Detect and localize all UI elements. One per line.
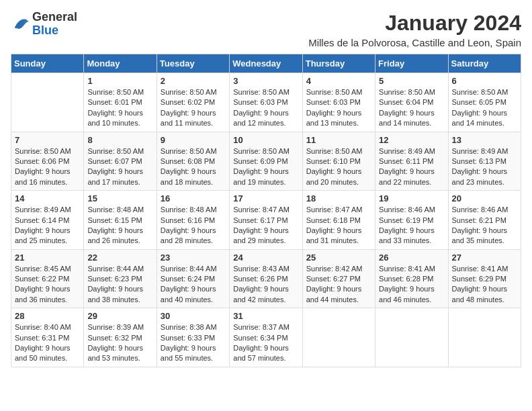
calendar-day-cell: 9Sunrise: 8:50 AMSunset: 6:08 PMDaylight… (157, 132, 229, 191)
calendar-day-cell: 16Sunrise: 8:48 AMSunset: 6:16 PMDayligh… (157, 191, 229, 250)
calendar-day-cell: 7Sunrise: 8:50 AMSunset: 6:06 PMDaylight… (11, 132, 84, 191)
logo-text: General Blue (32, 11, 77, 38)
calendar-day-cell: 13Sunrise: 8:49 AMSunset: 6:13 PMDayligh… (448, 132, 521, 191)
day-number: 8 (87, 135, 152, 145)
day-info: Sunrise: 8:49 AMSunset: 6:14 PMDaylight:… (15, 205, 80, 246)
day-info: Sunrise: 8:46 AMSunset: 6:19 PMDaylight:… (379, 205, 444, 246)
weekday-header-cell: Monday (84, 54, 157, 73)
day-info: Sunrise: 8:46 AMSunset: 6:21 PMDaylight:… (452, 205, 517, 246)
day-number: 12 (379, 135, 444, 145)
calendar-day-cell: 30Sunrise: 8:38 AMSunset: 6:33 PMDayligh… (157, 308, 229, 367)
day-info: Sunrise: 8:49 AMSunset: 6:13 PMDaylight:… (452, 146, 517, 188)
calendar-day-cell (302, 308, 375, 367)
logo-icon (11, 15, 30, 34)
day-number: 20 (452, 193, 517, 203)
day-number: 5 (379, 76, 444, 86)
day-info: Sunrise: 8:40 AMSunset: 6:31 PMDaylight:… (15, 322, 80, 364)
day-number: 14 (15, 193, 80, 203)
calendar-day-cell: 28Sunrise: 8:40 AMSunset: 6:31 PMDayligh… (11, 308, 84, 367)
day-info: Sunrise: 8:37 AMSunset: 6:34 PMDaylight:… (233, 322, 298, 364)
day-info: Sunrise: 8:38 AMSunset: 6:33 PMDaylight:… (161, 322, 226, 364)
day-number: 9 (161, 135, 226, 145)
day-info: Sunrise: 8:50 AMSunset: 6:01 PMDaylight:… (87, 87, 152, 129)
day-info: Sunrise: 8:48 AMSunset: 6:16 PMDaylight:… (161, 205, 226, 246)
day-info: Sunrise: 8:50 AMSunset: 6:10 PMDaylight:… (306, 146, 371, 188)
day-info: Sunrise: 8:49 AMSunset: 6:11 PMDaylight:… (379, 146, 444, 188)
calendar-table: SundayMondayTuesdayWednesdayThursdayFrid… (11, 54, 521, 367)
day-number: 21 (15, 253, 80, 263)
calendar-day-cell: 24Sunrise: 8:43 AMSunset: 6:26 PMDayligh… (230, 249, 302, 308)
weekday-header-cell: Tuesday (157, 54, 229, 73)
day-info: Sunrise: 8:50 AMSunset: 6:08 PMDaylight:… (161, 146, 226, 188)
day-info: Sunrise: 8:41 AMSunset: 6:28 PMDaylight:… (379, 264, 444, 306)
calendar-day-cell: 22Sunrise: 8:44 AMSunset: 6:23 PMDayligh… (84, 249, 157, 308)
day-info: Sunrise: 8:48 AMSunset: 6:15 PMDaylight:… (87, 205, 152, 246)
day-number: 11 (306, 135, 371, 145)
day-number: 27 (452, 253, 517, 263)
calendar-day-cell: 11Sunrise: 8:50 AMSunset: 6:10 PMDayligh… (302, 132, 375, 191)
calendar-day-cell: 19Sunrise: 8:46 AMSunset: 6:19 PMDayligh… (375, 191, 448, 250)
day-number: 15 (87, 193, 152, 203)
day-info: Sunrise: 8:50 AMSunset: 6:05 PMDaylight:… (452, 87, 517, 129)
day-info: Sunrise: 8:44 AMSunset: 6:24 PMDaylight:… (161, 264, 226, 306)
day-number: 30 (161, 311, 226, 321)
location-subtitle: Milles de la Polvorosa, Castille and Leo… (308, 37, 521, 48)
day-number: 29 (87, 311, 152, 321)
day-number: 2 (161, 76, 226, 86)
calendar-day-cell: 4Sunrise: 8:50 AMSunset: 6:03 PMDaylight… (302, 73, 375, 132)
calendar-day-cell: 23Sunrise: 8:44 AMSunset: 6:24 PMDayligh… (157, 249, 229, 308)
calendar-day-cell: 27Sunrise: 8:41 AMSunset: 6:29 PMDayligh… (448, 249, 521, 308)
weekday-header-cell: Friday (375, 54, 448, 73)
day-number: 18 (306, 193, 371, 203)
month-title: January 2024 (308, 11, 521, 36)
day-info: Sunrise: 8:50 AMSunset: 6:03 PMDaylight:… (233, 87, 298, 129)
day-info: Sunrise: 8:50 AMSunset: 6:04 PMDaylight:… (379, 87, 444, 129)
weekday-header-cell: Saturday (448, 54, 521, 73)
calendar-day-cell: 8Sunrise: 8:50 AMSunset: 6:07 PMDaylight… (84, 132, 157, 191)
day-number: 4 (306, 76, 371, 86)
day-info: Sunrise: 8:50 AMSunset: 6:06 PMDaylight:… (15, 146, 80, 188)
weekday-header-cell: Wednesday (230, 54, 302, 73)
calendar-day-cell: 17Sunrise: 8:47 AMSunset: 6:17 PMDayligh… (230, 191, 302, 250)
day-info: Sunrise: 8:50 AMSunset: 6:07 PMDaylight:… (87, 146, 152, 188)
day-info: Sunrise: 8:50 AMSunset: 6:09 PMDaylight:… (233, 146, 298, 188)
calendar-day-cell: 5Sunrise: 8:50 AMSunset: 6:04 PMDaylight… (375, 73, 448, 132)
weekday-header-cell: Thursday (302, 54, 375, 73)
calendar-day-cell: 10Sunrise: 8:50 AMSunset: 6:09 PMDayligh… (230, 132, 302, 191)
calendar-day-cell: 3Sunrise: 8:50 AMSunset: 6:03 PMDaylight… (230, 73, 302, 132)
calendar-day-cell: 31Sunrise: 8:37 AMSunset: 6:34 PMDayligh… (230, 308, 302, 367)
calendar-week-row: 21Sunrise: 8:45 AMSunset: 6:22 PMDayligh… (11, 249, 521, 308)
day-number: 16 (161, 193, 226, 203)
day-number: 19 (379, 193, 444, 203)
day-info: Sunrise: 8:39 AMSunset: 6:32 PMDaylight:… (87, 322, 152, 364)
calendar-day-cell: 29Sunrise: 8:39 AMSunset: 6:32 PMDayligh… (84, 308, 157, 367)
day-info: Sunrise: 8:43 AMSunset: 6:26 PMDaylight:… (233, 264, 298, 306)
weekday-header-cell: Sunday (11, 54, 84, 73)
day-number: 24 (233, 253, 298, 263)
day-number: 23 (161, 253, 226, 263)
calendar-day-cell: 25Sunrise: 8:42 AMSunset: 6:27 PMDayligh… (302, 249, 375, 308)
day-number: 3 (233, 76, 298, 86)
calendar-day-cell: 15Sunrise: 8:48 AMSunset: 6:15 PMDayligh… (84, 191, 157, 250)
calendar-week-row: 14Sunrise: 8:49 AMSunset: 6:14 PMDayligh… (11, 191, 521, 250)
calendar-day-cell: 1Sunrise: 8:50 AMSunset: 6:01 PMDaylight… (84, 73, 157, 132)
calendar-week-row: 7Sunrise: 8:50 AMSunset: 6:06 PMDaylight… (11, 132, 521, 191)
title-block: January 2024 Milles de la Polvorosa, Cas… (308, 11, 521, 48)
calendar-day-cell (448, 308, 521, 367)
day-info: Sunrise: 8:50 AMSunset: 6:02 PMDaylight:… (161, 87, 226, 129)
day-info: Sunrise: 8:47 AMSunset: 6:18 PMDaylight:… (306, 205, 371, 246)
day-number: 10 (233, 135, 298, 145)
day-number: 6 (452, 76, 517, 86)
calendar-body: 1Sunrise: 8:50 AMSunset: 6:01 PMDaylight… (11, 73, 521, 367)
calendar-week-row: 28Sunrise: 8:40 AMSunset: 6:31 PMDayligh… (11, 308, 521, 367)
calendar-day-cell: 12Sunrise: 8:49 AMSunset: 6:11 PMDayligh… (375, 132, 448, 191)
day-number: 26 (379, 253, 444, 263)
day-number: 7 (15, 135, 80, 145)
calendar-day-cell: 14Sunrise: 8:49 AMSunset: 6:14 PMDayligh… (11, 191, 84, 250)
calendar-day-cell: 2Sunrise: 8:50 AMSunset: 6:02 PMDaylight… (157, 73, 229, 132)
calendar-day-cell: 18Sunrise: 8:47 AMSunset: 6:18 PMDayligh… (302, 191, 375, 250)
weekday-header-row: SundayMondayTuesdayWednesdayThursdayFrid… (11, 54, 521, 73)
day-number: 1 (87, 76, 152, 86)
day-number: 13 (452, 135, 517, 145)
logo: General Blue (11, 11, 77, 38)
